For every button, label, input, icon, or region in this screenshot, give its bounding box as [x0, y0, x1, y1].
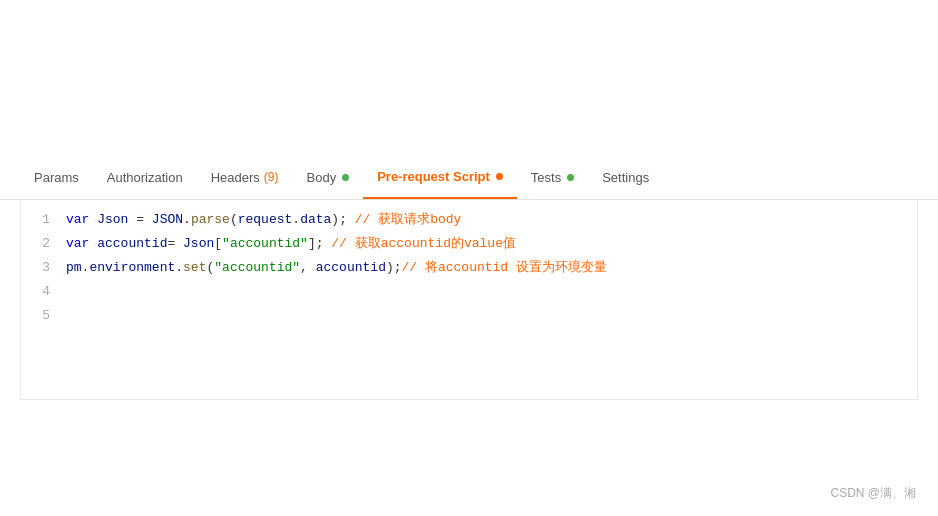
code-line-2: 2 var accountid= Json["accountid"]; // 获… — [21, 232, 917, 256]
tabs-bar: Params Authorization Headers (9) Body Pr… — [0, 155, 938, 200]
top-area — [0, 0, 938, 155]
headers-badge: (9) — [264, 170, 279, 184]
code-line-5: 5 — [21, 304, 917, 328]
tab-pre-request-script[interactable]: Pre-request Script — [363, 155, 517, 199]
line-number-3: 3 — [21, 257, 66, 279]
tab-params[interactable]: Params — [20, 155, 93, 199]
line-number-4: 4 — [21, 281, 66, 303]
footer-text: CSDN @满、湘 — [830, 485, 916, 502]
line-content-2: var accountid= Json["accountid"]; // 获取a… — [66, 233, 516, 255]
code-line-4: 4 — [21, 280, 917, 304]
tests-dot — [567, 174, 574, 181]
line-number-5: 5 — [21, 305, 66, 327]
line-number-1: 1 — [21, 209, 66, 231]
code-editor-area: 1 var Json = JSON.parse(request.data); /… — [20, 200, 918, 400]
tab-headers[interactable]: Headers (9) — [197, 155, 293, 199]
pre-request-dot — [496, 173, 503, 180]
line-content-1: var Json = JSON.parse(request.data); // … — [66, 209, 461, 231]
code-line-1: 1 var Json = JSON.parse(request.data); /… — [21, 208, 917, 232]
line-content-3: pm.environment.set("accountid", accounti… — [66, 257, 607, 279]
tab-tests[interactable]: Tests — [517, 155, 588, 199]
tab-settings[interactable]: Settings — [588, 155, 663, 199]
code-line-3: 3 pm.environment.set("accountid", accoun… — [21, 256, 917, 280]
line-content-4 — [66, 281, 74, 303]
body-dot — [342, 174, 349, 181]
code-editor[interactable]: 1 var Json = JSON.parse(request.data); /… — [21, 200, 917, 336]
tab-body[interactable]: Body — [293, 155, 364, 199]
line-content-5 — [66, 305, 74, 327]
line-number-2: 2 — [21, 233, 66, 255]
tab-authorization[interactable]: Authorization — [93, 155, 197, 199]
